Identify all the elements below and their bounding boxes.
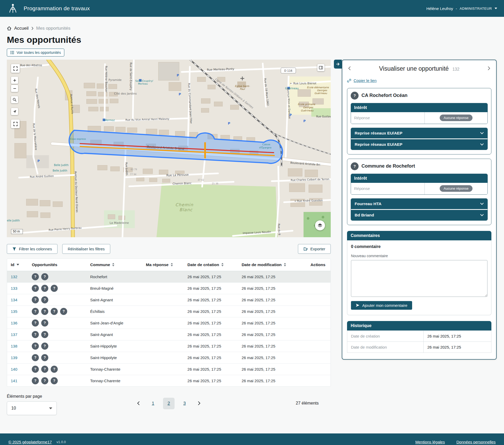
zoom-in-icon[interactable] — [11, 77, 18, 84]
opportunity-badges-cell: ?? — [28, 340, 86, 352]
opportunity-row[interactable]: 137??Saint-Agnant26 mai 2025, 17:2526 ma… — [7, 329, 330, 340]
map[interactable]: Rue des AlbatrosRue Merleau-Ponty← Rue L… — [7, 60, 331, 237]
opportunity-row[interactable]: 139??Saint-Hippolyte26 mai 2025, 17:2526… — [7, 352, 330, 363]
next-opportunity-button[interactable] — [486, 65, 491, 73]
opportunity-type-badge[interactable]: ? — [32, 354, 39, 361]
zoom-out-icon[interactable] — [11, 85, 18, 92]
organization-avatar[interactable]: ? — [351, 162, 359, 170]
opportunity-type-badge[interactable]: ? — [51, 285, 58, 292]
opportunity-row[interactable]: 141???Tonnay-Charente26 mai 2025, 17:252… — [7, 375, 330, 386]
fullscreen-icon[interactable] — [11, 64, 20, 73]
map-label: Rue Pierre Henry Barbrau — [49, 226, 82, 231]
opportunity-type-badge[interactable]: ? — [41, 296, 48, 303]
opportunity-row[interactable]: 132??Rochefort26 mai 2025, 17:2526 mai 2… — [7, 271, 330, 282]
user-menu[interactable]: Hélène Leufroy - ADMINISTRATEUR — [426, 6, 497, 11]
opportunity-id-link[interactable]: 140 — [11, 367, 17, 371]
organization-avatar[interactable]: ? — [351, 92, 359, 100]
minimap-toggle-icon[interactable] — [317, 64, 324, 71]
commune-cell: Saint-Jean-d'Angle — [86, 317, 142, 329]
section-accordion[interactable]: Bd Briand — [351, 210, 487, 220]
breadcrumb-home-link[interactable]: Accueil — [14, 26, 29, 31]
page-button[interactable]: 2 — [163, 398, 175, 409]
user-role: ADMINISTRATEUR — [460, 7, 492, 11]
opportunity-type-badge[interactable]: ? — [41, 319, 48, 327]
opportunity-type-badge[interactable]: ? — [32, 377, 39, 384]
opportunity-row[interactable]: 134??Saint-Agnant26 mai 2025, 17:2526 ma… — [7, 294, 330, 306]
opportunity-type-badge[interactable]: ? — [51, 366, 58, 373]
footer-copyright-link[interactable]: © 2025 géoplateforme17 — [8, 440, 52, 444]
previous-page-button[interactable] — [135, 399, 141, 408]
opportunity-type-badge[interactable]: ? — [32, 331, 39, 338]
opportunity-type-badge[interactable]: ? — [32, 308, 39, 315]
opportunity-id-link[interactable]: 141 — [11, 379, 17, 383]
section-accordion[interactable]: Reprise réseaux EU/AEP — [351, 128, 487, 138]
response-input[interactable] — [351, 183, 424, 194]
opportunity-row[interactable]: 140???Tonnay-Charente26 mai 2025, 17:252… — [7, 363, 330, 375]
opportunity-type-badge[interactable]: ? — [41, 331, 48, 338]
opportunity-type-badge[interactable]: ? — [32, 366, 39, 373]
copy-link-button[interactable]: Copier le lien — [347, 78, 377, 83]
page-button[interactable]: 3 — [179, 398, 190, 409]
add-comment-button[interactable]: Ajouter mon commentaire — [351, 301, 412, 310]
items-per-page-select[interactable]: 10 — [7, 401, 57, 415]
response-status-badge: Aucune réponse — [440, 185, 472, 192]
opportunity-id-link[interactable]: 133 — [11, 286, 17, 291]
opportunity-row[interactable]: 133???Breuil-Magné26 mai 2025, 17:2526 m… — [7, 282, 330, 294]
section-accordion[interactable]: Fourreau HTA — [351, 199, 487, 209]
column-header-commune[interactable]: Commune — [86, 259, 142, 271]
opportunity-id-link[interactable]: 136 — [11, 321, 17, 325]
opportunity-type-badge[interactable]: ? — [41, 273, 48, 280]
column-header-id[interactable]: Id — [7, 259, 28, 271]
opportunity-id-link[interactable]: 134 — [11, 298, 17, 302]
opportunity-type-badge[interactable]: ? — [32, 273, 39, 280]
opportunity-type-badge[interactable]: ? — [41, 366, 48, 373]
opportunity-row[interactable]: 136??Saint-Jean-d'Angle26 mai 2025, 17:2… — [7, 317, 330, 329]
map-canvas[interactable]: Rue des AlbatrosRue Merleau-Ponty← Rue L… — [7, 60, 331, 237]
opportunity-type-badge[interactable]: ? — [51, 377, 58, 384]
opportunity-id-link[interactable]: 137 — [11, 332, 17, 337]
section-accordion[interactable]: Reprise réseaux EU/AEP — [351, 139, 487, 150]
column-header-date-modification[interactable]: Date de modification — [238, 259, 307, 271]
opportunity-id-link[interactable]: 132 — [11, 275, 17, 279]
opportunity-type-badge[interactable]: ? — [32, 343, 39, 350]
opportunity-id-link[interactable]: 139 — [11, 355, 17, 360]
new-comment-textarea[interactable] — [351, 260, 487, 297]
column-header-ma-reponse[interactable]: Ma réponse — [142, 259, 184, 271]
opportunity-type-badge[interactable]: ? — [32, 296, 39, 303]
opportunity-badges-cell: ?? — [28, 329, 86, 340]
next-page-button[interactable] — [196, 399, 202, 408]
expand-icon[interactable] — [11, 120, 20, 128]
search-icon[interactable] — [11, 96, 18, 103]
opportunity-type-badge[interactable]: ? — [41, 354, 48, 361]
privacy-link[interactable]: Données personnelles — [456, 440, 496, 444]
opportunity-row[interactable]: 135????Échillais26 mai 2025, 17:2526 mai… — [7, 306, 330, 317]
opportunity-type-badge[interactable]: ? — [41, 343, 48, 350]
filter-columns-button[interactable]: Filtrer les colonnes — [7, 244, 57, 254]
opportunity-type-badge[interactable]: ? — [32, 285, 39, 292]
view-all-opportunities-button[interactable]: Voir toutes les opportunités — [7, 49, 64, 56]
collapse-panel-button[interactable] — [334, 60, 342, 69]
opportunity-id-link[interactable]: 138 — [11, 344, 17, 348]
opportunity-type-badge[interactable]: ? — [41, 308, 48, 315]
previous-opportunity-button[interactable] — [347, 65, 352, 73]
legal-link[interactable]: Mentions légales — [415, 440, 445, 444]
created-cell: 26 mai 2025, 17:25 — [184, 352, 238, 363]
opportunity-type-badge[interactable]: ? — [51, 308, 58, 315]
column-header-date-creation[interactable]: Date de création — [184, 259, 238, 271]
opportunity-type-badge[interactable]: ? — [41, 285, 48, 292]
opportunity-type-badge[interactable]: ? — [32, 319, 39, 327]
reset-filters-button[interactable]: Réinitialiser les filtres — [62, 244, 110, 254]
opportunity-type-badge[interactable]: ? — [60, 308, 67, 315]
page-button[interactable]: 1 — [147, 398, 159, 409]
home-icon[interactable] — [7, 26, 12, 31]
opportunity-row[interactable]: 138??Saint-Hippolyte26 mai 2025, 17:2526… — [7, 340, 330, 352]
response-status-badge: Aucune réponse — [440, 115, 472, 121]
response-input[interactable] — [351, 112, 424, 124]
map-label: 37 42 — [198, 179, 204, 181]
map-label: D 116 — [284, 69, 292, 72]
layers-icon[interactable] — [315, 220, 325, 230]
opportunity-id-link[interactable]: 135 — [11, 309, 17, 314]
opportunity-type-badge[interactable]: ? — [41, 377, 48, 384]
locate-icon[interactable] — [11, 108, 18, 115]
export-button[interactable]: Exporter — [298, 244, 331, 254]
